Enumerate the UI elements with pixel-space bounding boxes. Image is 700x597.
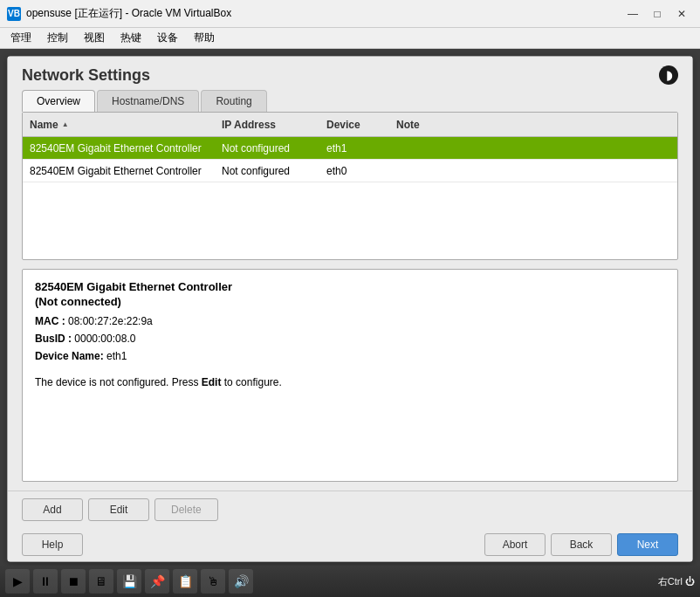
cell-note-0 (389, 146, 677, 151)
minimize-button[interactable]: — (621, 4, 644, 24)
table-row[interactable]: 82540EM Gigabit Ethernet Controller Not … (23, 137, 677, 160)
close-button[interactable]: ✕ (670, 4, 693, 24)
cell-name-0: 82540EM Gigabit Ethernet Controller (23, 140, 215, 157)
table-row[interactable]: 82540EM Gigabit Ethernet Controller Not … (23, 160, 677, 182)
next-button[interactable]: Next (617, 533, 678, 556)
help-icon[interactable]: ◗ (659, 65, 678, 85)
tab-overview[interactable]: Overview (22, 90, 95, 112)
delete-button[interactable]: Delete (154, 498, 218, 521)
title-bar: VB opensuse [正在运行] - Oracle VM VirtualBo… (0, 0, 700, 28)
taskbar-time: 右Ctrl ⏻ (658, 575, 695, 588)
cell-device-1: eth0 (319, 162, 389, 180)
taskbar-icon-1[interactable]: ⏸ (33, 569, 58, 594)
edit-button[interactable]: Edit (88, 498, 149, 521)
window-header: Network Settings ◗ (8, 57, 692, 90)
tab-routing[interactable]: Routing (201, 90, 266, 112)
action-buttons: Add Edit Delete (22, 498, 218, 521)
menu-control[interactable]: 控制 (40, 29, 75, 47)
cell-device-0: eth1 (319, 140, 389, 157)
content-area: Name ▲ IP Address Device Note 82540EM Gi… (8, 112, 692, 491)
taskbar-icon-4[interactable]: 💾 (117, 569, 141, 594)
detail-busid: BusID : 0000:00:08.0 (35, 331, 665, 347)
tab-hostname-dns[interactable]: Hostname/DNS (97, 90, 199, 112)
detail-device-title: 82540EM Gigabit Ethernet Controller (35, 280, 665, 293)
menu-hotkeys[interactable]: 热键 (113, 29, 148, 47)
table-header: Name ▲ IP Address Device Note (23, 113, 677, 137)
footer-nav: Help Abort Back Next (8, 528, 692, 561)
tab-bar: Overview Hostname/DNS Routing (8, 90, 692, 112)
detail-message: The device is not configured. Press Edit… (35, 376, 665, 388)
abort-button[interactable]: Abort (484, 533, 546, 556)
menu-help[interactable]: 帮助 (187, 29, 222, 47)
col-note: Note (389, 115, 677, 134)
detail-mac: MAC : 08:00:27:2e:22:9a (35, 313, 665, 329)
back-button[interactable]: Back (551, 533, 612, 556)
action-button-row: Add Edit Delete (8, 491, 692, 528)
window-controls: — □ ✕ (621, 4, 693, 24)
cell-name-1: 82540EM Gigabit Ethernet Controller (23, 162, 215, 180)
taskbar-icon-2[interactable]: ⏹ (61, 569, 86, 594)
taskbar-icon-7[interactable]: 🖱 (201, 569, 225, 594)
detail-status: (Not connected) (35, 295, 665, 308)
col-device: Device (319, 115, 389, 134)
window-title: opensuse [正在运行] - Oracle VM VirtualBox (26, 6, 231, 21)
col-name: Name ▲ (23, 115, 215, 134)
main-window: Network Settings ◗ Overview Hostname/DNS… (7, 56, 693, 562)
help-button[interactable]: Help (22, 533, 83, 556)
detail-device-name: Device Name: eth1 (35, 348, 665, 364)
maximize-button[interactable]: □ (646, 4, 669, 24)
network-table: Name ▲ IP Address Device Note 82540EM Gi… (22, 112, 678, 260)
cell-ip-1: Not configured (215, 162, 319, 180)
detail-edit-word: Edit (202, 376, 222, 388)
taskbar-icon-0[interactable]: ▶ (5, 569, 30, 594)
footer-right-buttons: Abort Back Next (484, 533, 678, 556)
taskbar-icon-8[interactable]: 🔊 (229, 569, 253, 594)
taskbar-icon-6[interactable]: 📋 (173, 569, 197, 594)
menu-view[interactable]: 视图 (77, 29, 112, 47)
cell-note-1 (389, 168, 677, 174)
app-icon: VB (7, 7, 21, 21)
detail-panel: 82540EM Gigabit Ethernet Controller (Not… (22, 269, 678, 482)
menu-manage[interactable]: 管理 (3, 29, 38, 47)
taskbar: ▶ ⏸ ⏹ 🖥 💾 📌 📋 🖱 🔊 右Ctrl ⏻ (0, 566, 700, 597)
sort-arrow-icon: ▲ (62, 120, 69, 128)
add-button[interactable]: Add (22, 498, 83, 521)
cell-ip-0: Not configured (215, 140, 319, 157)
taskbar-icon-3[interactable]: 🖥 (89, 569, 113, 594)
taskbar-icon-5[interactable]: 📌 (145, 569, 169, 594)
menu-bar: 管理 控制 视图 热键 设备 帮助 (0, 28, 700, 49)
menu-devices[interactable]: 设备 (150, 29, 185, 47)
page-title: Network Settings (22, 66, 150, 85)
col-ip: IP Address (215, 115, 319, 134)
